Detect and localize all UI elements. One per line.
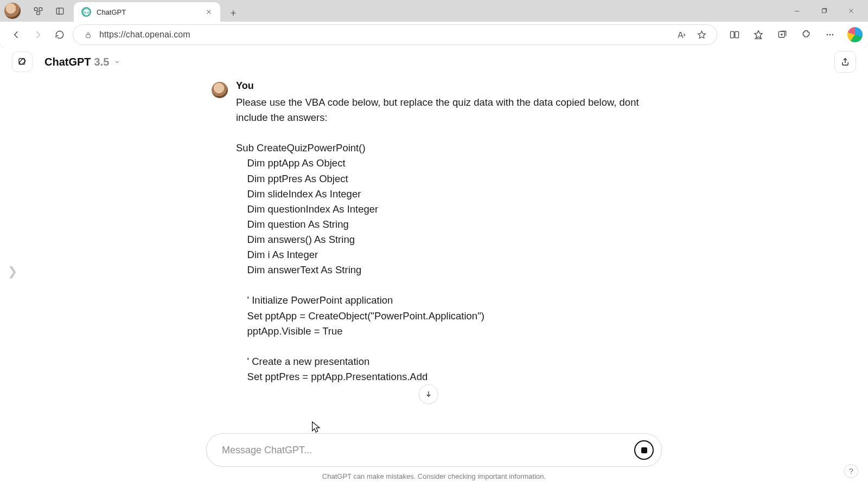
- svg-rect-7: [735, 31, 739, 38]
- page-content: ChatGPT 3.5 ❯ You Please use the VBA cod…: [0, 48, 868, 488]
- svg-rect-4: [822, 9, 826, 13]
- new-chat-button[interactable]: [12, 52, 33, 72]
- svg-rect-6: [731, 31, 735, 38]
- tab-actions-icon[interactable]: [49, 1, 71, 21]
- svg-rect-3: [56, 8, 63, 14]
- lock-icon: [81, 28, 95, 42]
- split-screen-icon[interactable]: [724, 24, 745, 46]
- model-name: ChatGPT: [44, 56, 91, 68]
- composer[interactable]: [206, 433, 662, 467]
- stop-icon: [641, 447, 647, 453]
- help-button[interactable]: ?: [844, 464, 858, 478]
- window-controls: [783, 1, 865, 21]
- toolbar-icons: [724, 24, 863, 46]
- message-text: Please use the VBA code below, but repla…: [236, 95, 651, 384]
- help-label: ?: [849, 467, 853, 476]
- tab-strip: ChatGPT: [74, 0, 783, 22]
- refresh-button[interactable]: [49, 24, 71, 46]
- browser-tabstrip: ChatGPT: [0, 0, 868, 22]
- share-button[interactable]: [834, 51, 856, 73]
- svg-rect-5: [86, 34, 90, 37]
- minimize-button[interactable]: [783, 1, 810, 21]
- svg-rect-2: [36, 11, 40, 15]
- url-text: https://chat.openai.com: [99, 30, 190, 40]
- stop-generating-button[interactable]: [634, 440, 654, 460]
- message-body: You Please use the VBA code below, but r…: [236, 80, 651, 384]
- new-tab-button[interactable]: [225, 4, 242, 22]
- favorites-icon[interactable]: [748, 24, 769, 46]
- scroll-to-bottom-button[interactable]: [419, 384, 438, 404]
- address-bar-row: https://chat.openai.com: [0, 22, 868, 48]
- extensions-icon[interactable]: [795, 24, 817, 46]
- maximize-button[interactable]: [810, 1, 838, 21]
- model-switcher[interactable]: ChatGPT 3.5: [44, 56, 121, 68]
- message-user: You Please use the VBA code below, but r…: [212, 80, 651, 384]
- svg-point-10: [829, 34, 831, 36]
- favorite-star-icon[interactable]: [692, 25, 711, 44]
- close-window-button[interactable]: [838, 1, 865, 21]
- user-avatar: [212, 82, 228, 98]
- message-author: You: [236, 80, 651, 92]
- collections-icon[interactable]: [771, 24, 793, 46]
- url-bar[interactable]: https://chat.openai.com: [73, 24, 717, 45]
- message-input[interactable]: [222, 445, 634, 456]
- profile-avatar[interactable]: [4, 3, 21, 19]
- copilot-icon[interactable]: [847, 27, 863, 42]
- disclaimer-text: ChatGPT can make mistakes. Consider chec…: [322, 472, 546, 480]
- chatgpt-favicon-icon: [81, 7, 91, 17]
- tab-close-button[interactable]: [203, 6, 215, 18]
- tab-chatgpt[interactable]: ChatGPT: [74, 2, 220, 22]
- forward-button[interactable]: [27, 24, 49, 46]
- conversation: You Please use the VBA code below, but r…: [212, 80, 656, 384]
- sidebar-expand-handle[interactable]: ❯: [8, 265, 17, 279]
- svg-point-11: [832, 34, 834, 36]
- more-menu-icon[interactable]: [819, 24, 841, 46]
- svg-rect-0: [34, 8, 37, 11]
- svg-rect-1: [39, 8, 42, 11]
- svg-point-9: [827, 34, 828, 36]
- reader-mode-icon[interactable]: [671, 25, 691, 44]
- chatgpt-header: ChatGPT 3.5: [0, 48, 868, 76]
- model-version: 3.5: [94, 56, 110, 68]
- tab-title: ChatGPT: [97, 8, 203, 16]
- chevron-down-icon: [113, 56, 121, 68]
- composer-area: ChatGPT can make mistakes. Consider chec…: [0, 433, 868, 480]
- workspaces-icon[interactable]: [27, 1, 49, 21]
- back-button[interactable]: [5, 24, 27, 46]
